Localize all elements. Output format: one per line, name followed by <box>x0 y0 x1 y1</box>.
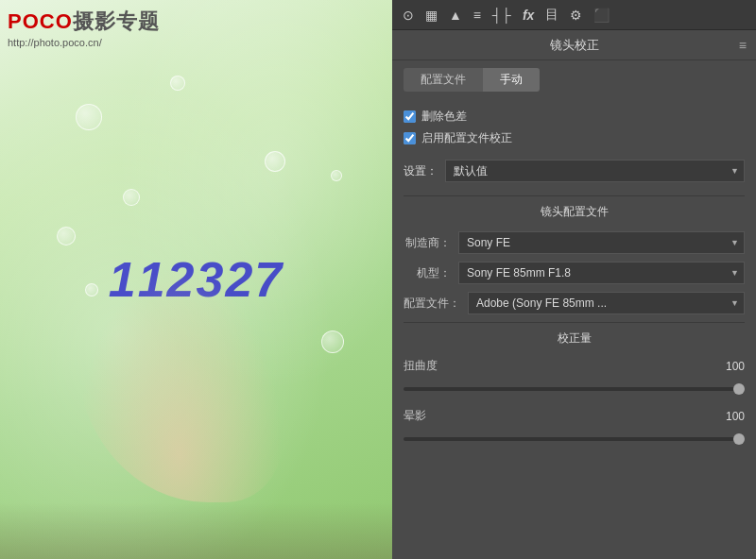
toolbar-icon-square[interactable]: ⬛ <box>591 6 612 25</box>
form-row-profile: 配置文件： Adobe (Sony FE 85mm ... <box>404 292 745 314</box>
watermark-suffix: 摄影专题 <box>73 9 160 33</box>
tab-profile[interactable]: 配置文件 <box>404 68 483 92</box>
settings-select-wrapper: 默认值 <box>445 160 745 182</box>
toolbar: ⊙ ▦ ▲ ≡ ┤├ fx 目 ⚙ ⬛ <box>392 0 756 30</box>
vignette-slider-row: 晕影 100 <box>404 408 745 445</box>
checkbox-remove-ca[interactable] <box>404 110 416 123</box>
bubble-1 <box>76 104 102 130</box>
make-select[interactable]: Sony FE <box>458 231 745 254</box>
settings-select[interactable]: 默认值 <box>445 160 745 182</box>
fence-area <box>0 502 392 559</box>
distortion-label: 扭曲度 <box>404 358 438 374</box>
checkbox-group: 删除色差 启用配置文件校正 <box>404 109 745 146</box>
checkbox-label-ca[interactable]: 删除色差 <box>421 109 467 125</box>
toolbar-icon-lines[interactable]: ≡ <box>471 6 484 25</box>
panel-menu-icon[interactable]: ≡ <box>739 38 747 53</box>
distortion-slider[interactable] <box>404 387 745 391</box>
bubble-5 <box>170 76 185 91</box>
toolbar-icon-settings[interactable]: ⚙ <box>567 6 585 25</box>
watermark-poco: POCO <box>8 9 73 33</box>
lens-profile-title: 镜头配置文件 <box>404 204 745 220</box>
settings-label: 设置： <box>404 163 438 179</box>
toolbar-icon-grid[interactable]: ▦ <box>422 6 440 25</box>
toolbar-icon-list[interactable]: 目 <box>542 5 561 25</box>
form-label-profilefile: 配置文件： <box>404 296 460 312</box>
photo-panel: POCO摄影专题 http://photo.poco.cn/ 112327 <box>0 0 392 559</box>
correction-title: 校正量 <box>404 330 745 347</box>
model-select[interactable]: Sony FE 85mm F1.8 <box>458 262 745 284</box>
vignette-value: 100 <box>716 410 745 423</box>
panel-title: 镜头校正 <box>550 37 599 54</box>
make-select-wrapper: Sony FE <box>458 231 745 254</box>
toolbar-icon-histogram[interactable]: ⊙ <box>400 6 417 25</box>
panel-header: 镜头校正 ≡ <box>392 30 756 60</box>
tab-manual[interactable]: 手动 <box>483 68 540 92</box>
bubble-2 <box>265 151 285 172</box>
settings-row: 设置： 默认值 <box>404 160 745 182</box>
right-panel: ⊙ ▦ ▲ ≡ ┤├ fx 目 ⚙ ⬛ 镜头校正 ≡ 配置文件 手动 删除色差 … <box>392 0 756 559</box>
distortion-slider-row: 扭曲度 100 <box>404 358 745 395</box>
checkbox-enable-profile[interactable] <box>404 132 416 144</box>
checkbox-label-profile[interactable]: 启用配置文件校正 <box>421 130 512 146</box>
bubble-4 <box>57 227 76 246</box>
divider-2 <box>404 322 745 323</box>
watermark-logo: POCO摄影专题 <box>8 8 160 36</box>
watermark-top: POCO摄影专题 http://photo.poco.cn/ <box>8 8 160 48</box>
vignette-slider[interactable] <box>404 437 745 441</box>
bubble-3 <box>123 189 140 206</box>
content-area: 删除色差 启用配置文件校正 设置： 默认值 镜头配置文件 制造商： <box>392 99 756 559</box>
bubble-8 <box>331 170 342 181</box>
form-row-make: 制造商： Sony FE <box>404 231 745 254</box>
vignette-label: 晕影 <box>404 408 426 424</box>
tabs-row: 配置文件 手动 <box>392 60 756 99</box>
vignette-label-row: 晕影 100 <box>404 408 745 424</box>
correction-section: 校正量 扭曲度 100 晕影 100 <box>404 330 745 445</box>
profile-select[interactable]: Adobe (Sony FE 85mm ... <box>468 292 745 314</box>
toolbar-icon-fx[interactable]: fx <box>520 6 537 25</box>
checkbox-row-profile: 启用配置文件校正 <box>404 130 745 146</box>
model-select-wrapper: Sony FE 85mm F1.8 <box>458 262 745 284</box>
toolbar-icon-split[interactable]: ┤├ <box>490 6 514 25</box>
profile-select-wrapper: Adobe (Sony FE 85mm ... <box>468 292 745 314</box>
toolbar-icon-triangle[interactable]: ▲ <box>446 6 465 25</box>
checkbox-row-ca: 删除色差 <box>404 109 745 125</box>
divider-1 <box>404 195 745 196</box>
form-label-make: 制造商： <box>404 235 451 251</box>
bubble-7 <box>321 330 344 353</box>
form-row-model: 机型： Sony FE 85mm F1.8 <box>404 262 745 284</box>
distortion-value: 100 <box>716 360 745 373</box>
watermark-url: http://photo.poco.cn/ <box>8 37 160 48</box>
distortion-label-row: 扭曲度 100 <box>404 358 745 374</box>
form-label-model: 机型： <box>404 265 451 281</box>
